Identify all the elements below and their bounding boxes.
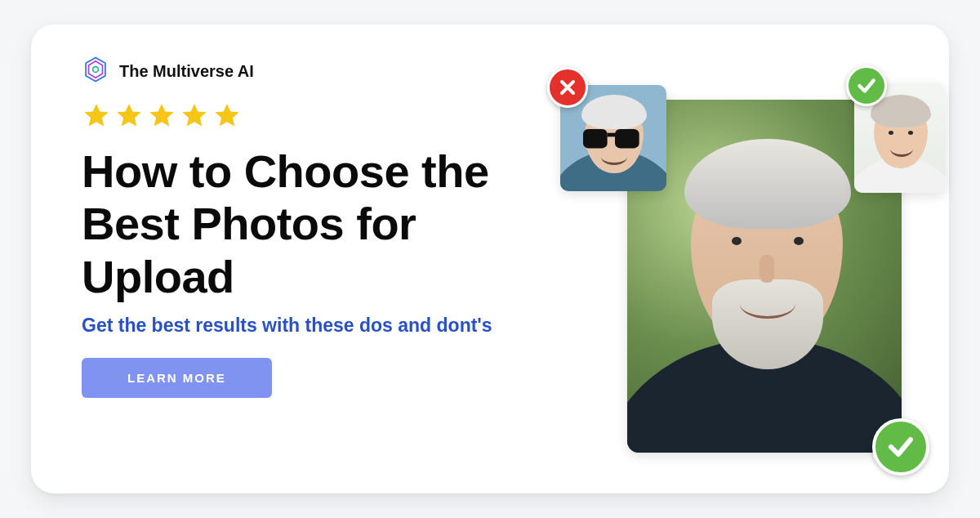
subheadline: Get the best results with these dos and … [82,315,539,337]
star-icon [147,101,176,131]
learn-more-button[interactable]: LEARN MORE [82,358,272,398]
x-badge-icon [547,67,588,108]
svg-marker-1 [89,61,103,78]
star-icon [212,101,242,131]
promo-card: The Multiverse AI How to Choose the Best… [31,25,949,493]
check-badge-icon [846,65,887,106]
rating-stars [82,101,539,131]
svg-point-2 [93,67,99,73]
star-icon [180,101,209,131]
star-icon [114,101,144,131]
left-column: The Multiverse AI How to Choose the Best… [82,56,539,398]
star-icon [82,101,111,131]
brand-logo-icon [82,56,109,87]
headline: How to Choose the Best Photos for Upload [82,145,539,303]
brand-name: The Multiverse AI [119,62,254,81]
check-badge-large-icon [872,418,929,476]
brand-row: The Multiverse AI [82,56,539,87]
photo-collage [546,49,942,472]
